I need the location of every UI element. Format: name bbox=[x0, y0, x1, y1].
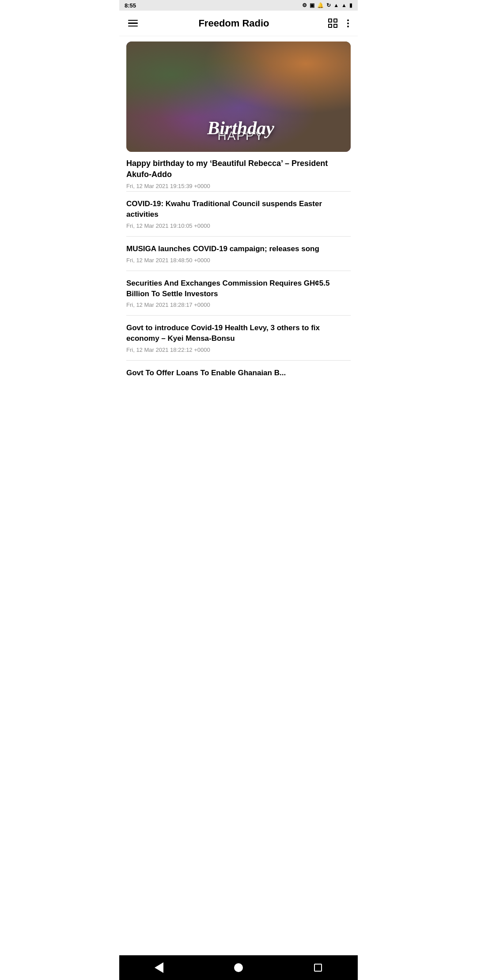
status-time: 8:55 bbox=[125, 2, 136, 9]
status-icons: ⚙ ▣ 🔔 ↻ ▲ ▲ ▮ bbox=[302, 2, 352, 8]
sim-icon: ▣ bbox=[310, 2, 314, 8]
wifi-icon: ▲ bbox=[333, 2, 339, 8]
signal-icon: ▲ bbox=[341, 2, 347, 8]
news-item-3[interactable]: Govt to introduce Covid-19 Health Levy, … bbox=[126, 316, 351, 360]
news-list: COVID-19: Kwahu Traditional Council susp… bbox=[119, 192, 358, 360]
partial-article[interactable]: Govt To Offer Loans To Enable Ghanaian B… bbox=[119, 361, 358, 378]
news-title-0: COVID-19: Kwahu Traditional Council susp… bbox=[126, 199, 351, 220]
news-item-1[interactable]: MUSIGA launches COVID-19 campaign; relea… bbox=[126, 237, 351, 271]
partial-article-title: Govt To Offer Loans To Enable Ghanaian B… bbox=[126, 368, 351, 378]
app-bar: Freedom Radio bbox=[119, 11, 358, 36]
more-options-button[interactable] bbox=[345, 18, 351, 29]
settings-icon: ⚙ bbox=[302, 2, 307, 8]
news-date-3: Fri, 12 Mar 2021 18:22:12 +0000 bbox=[126, 347, 351, 353]
news-date-0: Fri, 12 Mar 2021 19:10:05 +0000 bbox=[126, 222, 351, 229]
featured-article-date: Fri, 12 Mar 2021 19:15:39 +0000 bbox=[126, 183, 351, 189]
notification-icon: 🔔 bbox=[317, 2, 324, 8]
news-date-2: Fri, 12 Mar 2021 18:28:17 +0000 bbox=[126, 302, 351, 308]
news-title-3: Govt to introduce Covid-19 Health Levy, … bbox=[126, 323, 351, 344]
news-item-0[interactable]: COVID-19: Kwahu Traditional Council susp… bbox=[126, 192, 351, 237]
hero-birthday-text: Birthday bbox=[131, 117, 351, 139]
sync-icon: ↻ bbox=[326, 2, 331, 8]
app-bar-left bbox=[126, 18, 140, 29]
featured-article[interactable]: Happy birthday to my ‘Beautiful Rebecca’… bbox=[119, 152, 358, 189]
main-content: HAPPY Birthday Happy birthday to my ‘Bea… bbox=[119, 41, 358, 405]
news-title-2: Securities And Exchanges Commission Requ… bbox=[126, 278, 351, 299]
news-date-1: Fri, 12 Mar 2021 18:48:50 +0000 bbox=[126, 257, 351, 264]
news-item-2[interactable]: Securities And Exchanges Commission Requ… bbox=[126, 271, 351, 316]
app-bar-right bbox=[328, 18, 351, 29]
featured-article-title: Happy birthday to my ‘Beautiful Rebecca’… bbox=[126, 158, 351, 180]
battery-icon: ▮ bbox=[349, 2, 352, 8]
status-bar: 8:55 ⚙ ▣ 🔔 ↻ ▲ ▲ ▮ bbox=[119, 0, 358, 11]
view-toggle-button[interactable] bbox=[328, 19, 337, 28]
hero-image[interactable]: HAPPY Birthday bbox=[126, 41, 351, 152]
app-title: Freedom Radio bbox=[198, 18, 269, 29]
hamburger-menu-button[interactable] bbox=[126, 18, 140, 29]
news-title-1: MUSIGA launches COVID-19 campaign; relea… bbox=[126, 244, 351, 254]
